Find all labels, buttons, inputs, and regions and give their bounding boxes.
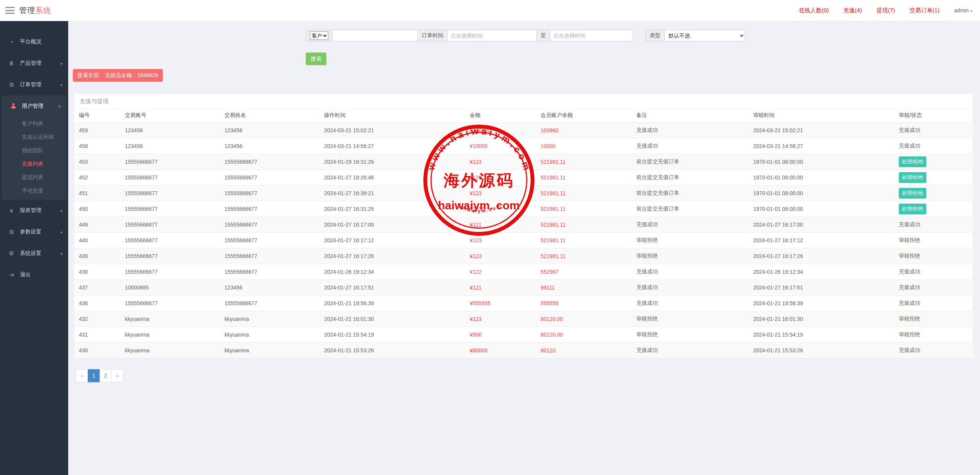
cell-id: 430	[74, 342, 120, 358]
process-reject-button[interactable]: 处理/拒绝	[899, 156, 926, 167]
column-header: 编号	[74, 109, 120, 122]
cell-balance: 521981.11	[536, 185, 631, 201]
sidebar-item[interactable]: ⇥退出	[0, 264, 68, 286]
cell-audit-time: 1970-01-01 08:00:00	[748, 185, 894, 201]
cell-balance: 521981.11	[536, 248, 631, 264]
type-filter-group: 类型 默认不选	[646, 30, 745, 41]
cell-name: 15555666677	[220, 248, 319, 264]
sidebar-item[interactable]: ¥报表管理▸	[0, 200, 68, 221]
sidebar-subitem[interactable]: 客户列表	[2, 117, 66, 130]
cell-remark: 充值成功	[631, 138, 748, 154]
cell-balance: 521981.11	[536, 217, 631, 232]
cell-balance: 555555	[536, 295, 631, 311]
pagination-page-button[interactable]: 2	[100, 369, 112, 382]
search-button[interactable]: 搜索	[306, 53, 326, 65]
cell-account: 123456	[120, 122, 220, 138]
sidebar-subitem[interactable]: 手动充值	[2, 184, 66, 197]
cell-remark: 审核拒绝	[631, 232, 748, 248]
sidebar-subitem[interactable]: 提现列表	[2, 171, 66, 184]
process-reject-button[interactable]: 处理/拒绝	[899, 204, 926, 214]
cell-status: 审核拒绝	[894, 248, 973, 264]
cell-time: 2024-01-29 16:31:26	[319, 154, 465, 169]
cell-status: 处理/拒绝	[894, 185, 973, 201]
column-header: 操作时间	[319, 109, 465, 122]
pagination-prev-button[interactable]: «	[76, 369, 88, 382]
cell-time: 2024-01-27 16:31:25	[319, 201, 465, 217]
cell-status: 处理/拒绝	[894, 169, 973, 185]
cell-time: 2024-01-27 18:26:46	[319, 169, 465, 185]
chevron-right-icon: ▸	[61, 208, 63, 213]
field-select-addon: 客户	[306, 30, 333, 41]
column-header: 审核/状态	[894, 109, 973, 122]
column-header: 金额	[465, 109, 536, 122]
cell-name: 15555666677	[220, 217, 319, 232]
cell-balance: 521981.11	[536, 201, 631, 217]
cell-amount: ¥555555	[465, 295, 536, 311]
pagination: «12»	[76, 369, 123, 382]
navbar-link[interactable]: 在线人数(0)	[799, 7, 829, 14]
cell-remark: 审核拒绝	[631, 248, 748, 264]
admin-dropdown[interactable]: admin▾	[954, 7, 972, 13]
sidebar-item[interactable]: ฿产品管理▸	[0, 53, 68, 74]
table-row: 45315555666677155556666772024-01-29 16:3…	[74, 154, 973, 169]
cell-remark: 审核拒绝	[631, 327, 748, 342]
cell-name: 123456	[220, 279, 319, 295]
cell-amount: ¥80000	[465, 342, 536, 358]
sidebar-item[interactable]: ⧉参数设置▸	[0, 221, 68, 243]
process-reject-button[interactable]: 处理/拒绝	[899, 188, 926, 199]
sidebar-subitem[interactable]: 我的团队	[2, 144, 66, 157]
cell-remark: 审核拒绝	[631, 311, 748, 327]
navbar-link[interactable]: 提现(7)	[877, 7, 895, 14]
hamburger-menu-icon[interactable]	[5, 7, 15, 14]
cell-id: 459	[74, 122, 120, 138]
table-row: 43915555666677155556666772024-01-27 16:1…	[74, 248, 973, 264]
cell-remark: 充值成功	[631, 217, 748, 232]
search-field-select[interactable]: 客户	[310, 31, 328, 40]
sidebar-item-user-management[interactable]: 用户管理 ▸	[2, 95, 66, 117]
chevron-right-icon: ▸	[61, 82, 63, 87]
cell-amount: ¥123	[465, 154, 536, 169]
cell-status: 审核拒绝	[894, 311, 973, 327]
cell-id: 432	[74, 311, 120, 327]
pagination-page-button[interactable]: 1	[88, 369, 100, 382]
pagination-next-button[interactable]: »	[111, 369, 123, 382]
cell-amount: ¥123	[465, 169, 536, 185]
cell-account: 15555666677	[120, 185, 220, 201]
cell-status: 充值成功	[894, 295, 973, 311]
app-title: 管理系统	[19, 5, 51, 16]
cell-balance: 100960	[536, 122, 631, 138]
orders-icon: ⧉	[8, 81, 15, 88]
recharge-table: 编号交易账号交易姓名操作时间金额会员账户余额备注审核时间审核/状态 459123…	[74, 109, 973, 358]
sidebar-subitem[interactable]: 实名认证列表	[2, 130, 66, 144]
panel-title: 充值与提现	[74, 94, 973, 109]
date-from-input[interactable]	[447, 30, 537, 41]
search-all-button[interactable]: 搜索全部	[73, 69, 103, 82]
sidebar-item[interactable]: ◔平台概况	[0, 31, 68, 53]
cell-time: 2024-01-21 16:01:30	[319, 311, 465, 327]
cell-time: 2024-01-27 16:17:12	[319, 232, 465, 248]
cell-amount: ¥500	[465, 327, 536, 342]
column-header: 审核时间	[748, 109, 894, 122]
navbar-link[interactable]: 交易订单(1)	[910, 7, 939, 14]
navbar-link[interactable]: 充值(4)	[843, 7, 862, 14]
type-select[interactable]: 默认不选	[665, 30, 745, 41]
cell-account: kkyuanma	[120, 342, 220, 358]
keyword-input[interactable]	[333, 30, 429, 41]
dashboard-icon: ◔	[8, 39, 15, 45]
sidebar-item[interactable]: ⚙系统设置▸	[0, 243, 68, 264]
cell-id: 440	[74, 232, 120, 248]
cell-account: 10000885	[120, 279, 220, 295]
date-to-input[interactable]	[550, 30, 633, 41]
user-icon	[10, 103, 17, 110]
cell-balance: 521981.11	[536, 232, 631, 248]
cell-name: 123456	[220, 138, 319, 154]
cell-time: 2024-01-27 16:17:26	[319, 248, 465, 264]
sidebar-subitem[interactable]: 充值列表	[2, 157, 66, 171]
cell-id: 431	[74, 327, 120, 342]
sidebar-item[interactable]: ⧉订单管理▸	[0, 74, 68, 95]
type-label: 类型	[646, 30, 665, 41]
recharge-withdraw-panel: 充值与提现 编号交易账号交易姓名操作时间金额会员账户余额备注审核时间审核/状态 …	[74, 93, 973, 358]
cell-remark: 充值成功	[631, 295, 748, 311]
process-reject-button[interactable]: 处理/拒绝	[899, 172, 926, 183]
cell-id: 437	[74, 279, 120, 295]
